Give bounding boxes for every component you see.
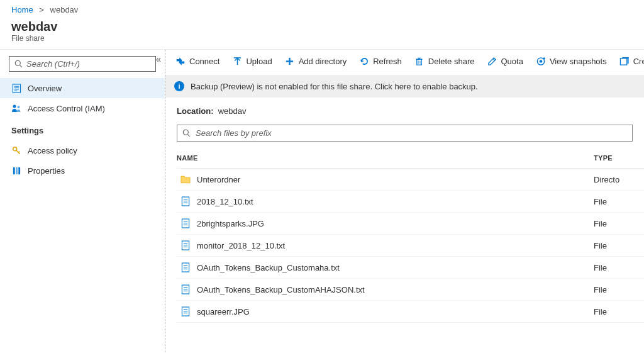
file-type: File [594, 285, 644, 294]
file-icon [180, 218, 191, 228]
toolbar-label: Crea [633, 57, 644, 66]
breadcrumb-current: webdav [50, 5, 79, 14]
location-value: webdav [218, 106, 247, 116]
connect-icon [175, 56, 186, 66]
file-name: squareerr.JPG [197, 307, 250, 317]
file-name: Unterordner [197, 175, 240, 184]
snapshot-icon [536, 56, 546, 66]
toolbar: Connect Upload Add directory Refresh [165, 50, 644, 75]
sidebar-search[interactable] [9, 56, 156, 72]
view-snapshots-button[interactable]: View snapshots [536, 56, 607, 66]
toolbar-label: Upload [246, 57, 272, 66]
location-bar: Location: webdav [165, 106, 644, 125]
file-type: File [594, 263, 644, 272]
toolbar-label: View snapshots [550, 57, 607, 66]
svg-rect-2 [13, 84, 20, 92]
info-bar[interactable]: i Backup (Preview) is not enabled for th… [165, 75, 644, 98]
search-icon [14, 60, 23, 68]
toolbar-label: Add directory [299, 57, 347, 66]
location-label: Location: [177, 106, 214, 116]
file-icon [180, 262, 191, 272]
file-icon [180, 196, 191, 206]
file-type: Directo [594, 175, 644, 184]
delete-share-button[interactable]: Delete share [414, 56, 475, 66]
file-type: File [594, 241, 644, 250]
file-search[interactable] [177, 125, 633, 142]
iam-icon [11, 103, 21, 113]
breadcrumb-home-link[interactable]: Home [11, 5, 33, 14]
svg-rect-13 [16, 167, 18, 174]
upload-button[interactable]: Upload [232, 56, 272, 66]
breadcrumb: Home > webdav [0, 0, 644, 17]
sidebar-item-access-policy[interactable]: Access policy [0, 140, 165, 160]
overview-icon [11, 83, 21, 93]
column-name-header[interactable]: NAME [177, 154, 594, 162]
quota-button[interactable]: Quota [487, 56, 523, 66]
pencil-icon [487, 56, 497, 66]
svg-rect-12 [13, 167, 14, 174]
page-title: webdav [11, 20, 633, 34]
sidebar: « Overview Access Control (IAM) Settings [0, 50, 165, 353]
sidebar-item-label: Overview [28, 84, 62, 93]
properties-icon [11, 165, 21, 176]
sidebar-section-settings: Settings [0, 118, 165, 140]
file-icon [180, 306, 191, 317]
svg-point-26 [540, 60, 543, 63]
folder-icon [180, 174, 191, 184]
table-row[interactable]: UnterordnerDirecto [177, 169, 644, 191]
file-type: File [594, 307, 644, 317]
toolbar-label: Quota [501, 57, 523, 66]
create-button[interactable]: Crea [619, 56, 644, 66]
create-icon [619, 56, 630, 66]
plus-icon [285, 56, 295, 66]
sidebar-item-label: Access policy [28, 146, 77, 155]
table-row[interactable]: 2brightsparks.JPGFile [177, 213, 644, 235]
svg-point-27 [543, 57, 545, 59]
trash-icon [414, 56, 425, 66]
file-type: File [594, 197, 644, 206]
svg-line-11 [18, 151, 19, 152]
svg-point-0 [15, 60, 20, 65]
search-icon [182, 129, 191, 137]
sidebar-item-label: Access Control (IAM) [28, 104, 105, 113]
toolbar-label: Refresh [373, 57, 402, 66]
file-name: 2brightsparks.JPG [197, 219, 264, 228]
file-name: 2018_12_10.txt [197, 197, 253, 206]
info-icon: i [174, 81, 184, 91]
file-name: OAuth_Tokens_Backup_CustomAHAJSON.txt [197, 285, 365, 294]
sidebar-item-iam[interactable]: Access Control (IAM) [0, 98, 165, 118]
svg-rect-30 [627, 57, 628, 63]
sidebar-search-input[interactable] [26, 59, 150, 69]
svg-rect-19 [417, 59, 422, 65]
key-icon [11, 145, 21, 155]
svg-rect-28 [620, 58, 626, 64]
table-header: NAME TYPE [177, 148, 644, 169]
file-table: NAME TYPE UnterordnerDirecto2018_12_10.t… [177, 148, 644, 323]
connect-button[interactable]: Connect [175, 56, 219, 66]
svg-point-8 [18, 106, 20, 108]
sidebar-collapse-button[interactable]: « [156, 53, 161, 64]
svg-rect-14 [18, 167, 20, 174]
sidebar-item-properties[interactable]: Properties [0, 160, 165, 181]
file-name: OAuth_Tokens_Backup_Customaha.txt [197, 263, 340, 272]
info-message: Backup (Preview) is not enabled for this… [191, 82, 478, 91]
table-row[interactable]: OAuth_Tokens_Backup_Customaha.txtFile [177, 257, 644, 279]
svg-line-1 [20, 65, 22, 67]
table-row[interactable]: squareerr.JPGFile [177, 301, 644, 323]
file-name: monitor_2018_12_10.txt [197, 241, 285, 250]
table-row[interactable]: monitor_2018_12_10.txtFile [177, 235, 644, 257]
file-icon [180, 240, 191, 250]
table-row[interactable]: OAuth_Tokens_Backup_CustomAHAJSON.txtFil… [177, 279, 644, 301]
add-directory-button[interactable]: Add directory [285, 56, 347, 66]
sidebar-item-label: Properties [28, 166, 65, 176]
toolbar-label: Connect [189, 57, 219, 66]
file-search-input[interactable] [196, 128, 627, 138]
main-content: Connect Upload Add directory Refresh [165, 50, 644, 353]
breadcrumb-separator: > [39, 5, 44, 14]
file-type: File [594, 219, 644, 228]
table-row[interactable]: 2018_12_10.txtFile [177, 191, 644, 213]
column-type-header[interactable]: TYPE [594, 154, 644, 162]
refresh-button[interactable]: Refresh [359, 56, 402, 66]
svg-point-31 [183, 130, 188, 135]
sidebar-item-overview[interactable]: Overview [0, 78, 165, 98]
